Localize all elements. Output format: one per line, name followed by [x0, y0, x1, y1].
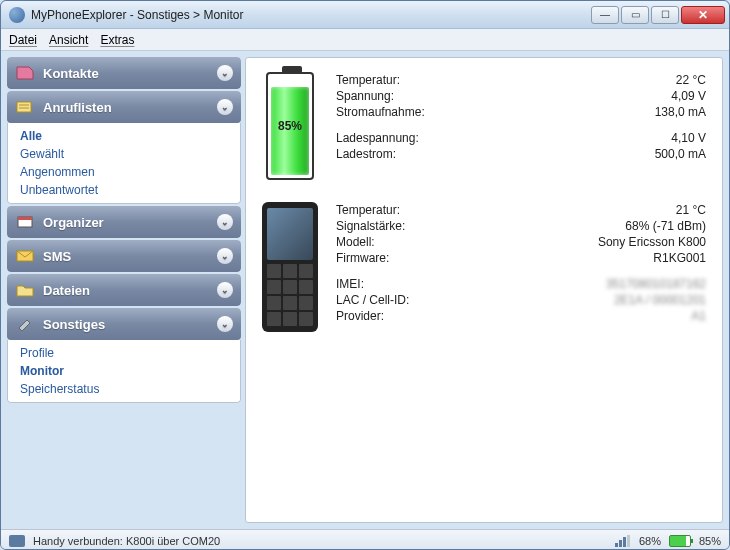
- chevron-down-icon[interactable]: ⌄: [217, 99, 233, 115]
- wrench-icon: [15, 315, 35, 333]
- value-phone-temperatur: 21 °C: [486, 202, 706, 218]
- phone-connected-icon: [9, 535, 25, 547]
- battery-icon: 85%: [266, 72, 314, 180]
- titlebar: MyPhoneExplorer - Sonstiges > Monitor — …: [1, 1, 729, 29]
- section-sonstiges: Sonstiges ⌄ Profile Monitor Speicherstat…: [7, 308, 241, 403]
- section-header-sms[interactable]: SMS ⌄: [7, 240, 241, 272]
- sidebar-item-monitor[interactable]: Monitor: [10, 362, 238, 380]
- section-kontakte: Kontakte ⌄: [7, 57, 241, 89]
- label-provider: Provider:: [336, 308, 486, 324]
- section-header-anruflisten[interactable]: Anruflisten ⌄: [7, 91, 241, 123]
- value-ladespannung: 4,10 V: [570, 130, 706, 146]
- section-header-organizer[interactable]: Organizer ⌄: [7, 206, 241, 238]
- section-label: Dateien: [43, 283, 90, 298]
- section-anruflisten: Anruflisten ⌄ Alle Gewählt Angenommen Un…: [7, 91, 241, 204]
- chevron-down-icon[interactable]: ⌄: [217, 248, 233, 264]
- svg-rect-4: [18, 217, 32, 220]
- restore-button[interactable]: ▭: [621, 6, 649, 24]
- menubar: Datei Ansicht Extras: [1, 29, 729, 51]
- envelope-icon: [15, 247, 35, 265]
- value-temperatur: 22 °C: [570, 72, 706, 88]
- chevron-down-icon[interactable]: ⌄: [217, 282, 233, 298]
- chevron-down-icon[interactable]: ⌄: [217, 316, 233, 332]
- value-spannung: 4,09 V: [570, 88, 706, 104]
- window-buttons: — ▭ ☐ ✕: [591, 6, 725, 24]
- menu-datei[interactable]: Datei: [9, 33, 37, 47]
- sidebar-item-profile[interactable]: Profile: [10, 344, 238, 362]
- app-icon: [9, 7, 25, 23]
- section-label: SMS: [43, 249, 71, 264]
- signal-icon: [615, 535, 631, 547]
- organizer-icon: [15, 213, 35, 231]
- value-firmware: R1KG001: [486, 250, 706, 266]
- section-body-sonstiges: Profile Monitor Speicherstatus: [7, 340, 241, 403]
- label-imei: IMEI:: [336, 276, 486, 292]
- sidebar-item-speicherstatus[interactable]: Speicherstatus: [10, 380, 238, 398]
- status-battery: 85%: [699, 535, 721, 547]
- statusbar: Handy verbunden: K800i über COM20 68% 85…: [1, 529, 729, 550]
- phone-icon: [262, 202, 318, 332]
- section-header-dateien[interactable]: Dateien ⌄: [7, 274, 241, 306]
- sidebar: Kontakte ⌄ Anruflisten ⌄ Alle Gewählt An…: [7, 57, 241, 523]
- battery-percent-label: 85%: [268, 119, 312, 133]
- status-connection: Handy verbunden: K800i über COM20: [33, 535, 220, 547]
- section-body-anruflisten: Alle Gewählt Angenommen Unbeantwortet: [7, 123, 241, 204]
- phone-properties: Temperatur:21 °C Signalstärke:68% (-71 d…: [336, 202, 706, 332]
- battery-status-icon: [669, 535, 691, 547]
- phone-keypad: [267, 264, 313, 326]
- maximize-button[interactable]: ☐: [651, 6, 679, 24]
- label-firmware: Firmware:: [336, 250, 486, 266]
- section-header-kontakte[interactable]: Kontakte ⌄: [7, 57, 241, 89]
- label-spannung: Spannung:: [336, 88, 570, 104]
- close-button[interactable]: ✕: [681, 6, 725, 24]
- section-label: Kontakte: [43, 66, 99, 81]
- label-signalstaerke: Signalstärke:: [336, 218, 486, 234]
- label-lac: LAC / Cell-ID:: [336, 292, 486, 308]
- status-signal: 68%: [639, 535, 661, 547]
- phone-graphic-wrap: [262, 202, 318, 332]
- value-lac: 2E1A / 00001201: [486, 292, 706, 308]
- label-temperatur: Temperatur:: [336, 72, 570, 88]
- label-ladespannung: Ladespannung:: [336, 130, 570, 146]
- value-provider: A1: [486, 308, 706, 324]
- phone-block: Temperatur:21 °C Signalstärke:68% (-71 d…: [262, 202, 706, 332]
- phone-screen: [267, 208, 313, 260]
- sidebar-item-unbeantwortet[interactable]: Unbeantwortet: [10, 181, 238, 199]
- section-label: Anruflisten: [43, 100, 112, 115]
- battery-block: 85% Temperatur:22 °C Spannung:4,09 V Str…: [262, 72, 706, 180]
- section-label: Organizer: [43, 215, 104, 230]
- call-list-icon: [15, 98, 35, 116]
- label-phone-temperatur: Temperatur:: [336, 202, 486, 218]
- battery-graphic: 85%: [262, 72, 318, 180]
- section-organizer: Organizer ⌄: [7, 206, 241, 238]
- minimize-button[interactable]: —: [591, 6, 619, 24]
- value-ladestrom: 500,0 mA: [570, 146, 706, 162]
- value-stromaufnahme: 138,0 mA: [570, 104, 706, 120]
- section-dateien: Dateien ⌄: [7, 274, 241, 306]
- label-ladestrom: Ladestrom:: [336, 146, 570, 162]
- section-sms: SMS ⌄: [7, 240, 241, 272]
- workspace: Kontakte ⌄ Anruflisten ⌄ Alle Gewählt An…: [1, 51, 729, 529]
- value-modell: Sony Ericsson K800: [486, 234, 706, 250]
- sidebar-item-gewaehlt[interactable]: Gewählt: [10, 145, 238, 163]
- chevron-down-icon[interactable]: ⌄: [217, 214, 233, 230]
- section-header-sonstiges[interactable]: Sonstiges ⌄: [7, 308, 241, 340]
- sidebar-item-angenommen[interactable]: Angenommen: [10, 163, 238, 181]
- chevron-down-icon[interactable]: ⌄: [217, 65, 233, 81]
- value-signalstaerke: 68% (-71 dBm): [486, 218, 706, 234]
- menu-extras[interactable]: Extras: [100, 33, 134, 47]
- section-label: Sonstiges: [43, 317, 105, 332]
- label-modell: Modell:: [336, 234, 486, 250]
- window-title: MyPhoneExplorer - Sonstiges > Monitor: [31, 8, 591, 22]
- value-imei: 351708010187162: [486, 276, 706, 292]
- folder-icon: [15, 281, 35, 299]
- contacts-icon: [15, 64, 35, 82]
- main-panel: 85% Temperatur:22 °C Spannung:4,09 V Str…: [245, 57, 723, 523]
- svg-rect-0: [17, 102, 31, 112]
- sidebar-item-alle[interactable]: Alle: [10, 127, 238, 145]
- label-stromaufnahme: Stromaufnahme:: [336, 104, 570, 120]
- battery-properties: Temperatur:22 °C Spannung:4,09 V Stromau…: [336, 72, 706, 180]
- menu-ansicht[interactable]: Ansicht: [49, 33, 88, 47]
